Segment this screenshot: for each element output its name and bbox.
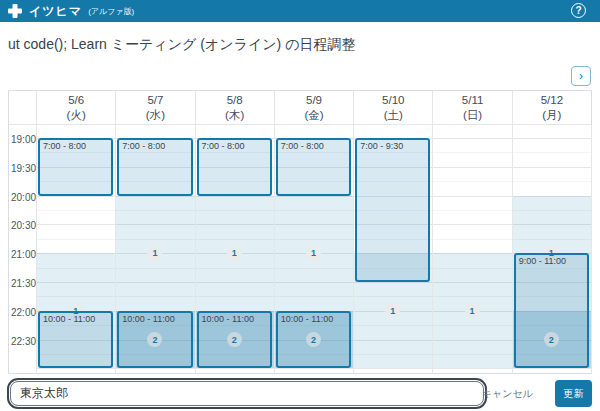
day-header-5: 5/11(日) — [432, 91, 511, 125]
time-label: 19:00 — [9, 134, 38, 145]
help-icon[interactable]: ? — [571, 3, 586, 18]
selected-slot[interactable]: 9:00 - 11:00 — [514, 253, 589, 368]
availability-count-badge: 1 — [306, 246, 321, 261]
day-weekday: (水) — [146, 108, 165, 123]
update-button[interactable]: 更新 — [555, 380, 592, 407]
day-weekday: (木) — [225, 108, 244, 123]
day-weekday: (火) — [67, 108, 86, 123]
time-label: 20:00 — [9, 191, 38, 202]
day-date: 5/12 — [541, 93, 563, 108]
selected-slot[interactable]: 10:00 - 11:00 — [276, 311, 351, 369]
selected-slot[interactable]: 10:00 - 11:00 — [38, 311, 113, 369]
next-week-button[interactable]: › — [571, 66, 591, 86]
participant-name-input[interactable] — [10, 381, 484, 406]
selected-slot-label: 10:00 - 11:00 — [199, 313, 270, 325]
column-line — [591, 125, 592, 373]
availability-count-badge: 1 — [227, 246, 242, 261]
calendar-header-row: 5/6(火)5/7(水)5/8(木)5/9(金)5/10(土)5/11(日)5/… — [9, 91, 591, 125]
selected-slot-label: 7:00 - 8:00 — [119, 140, 190, 152]
selected-slot[interactable]: 10:00 - 11:00 — [117, 311, 192, 369]
time-label: 21:00 — [9, 249, 38, 260]
day-header-6: 5/12(月) — [512, 91, 591, 125]
selected-slot-label: 10:00 - 11:00 — [278, 313, 349, 325]
selected-slot-label: 7:00 - 8:00 — [40, 140, 111, 152]
selected-slot-label: 7:00 - 8:00 — [199, 140, 270, 152]
selected-slot[interactable]: 7:00 - 8:00 — [276, 138, 351, 196]
page-title: ut code(); Learn ミーティング (オンライン) の日程調整 — [8, 36, 355, 54]
day-date: 5/7 — [147, 93, 163, 108]
calendar-grid: 5/6(火)5/7(水)5/8(木)5/9(金)5/10(土)5/11(日)5/… — [8, 90, 592, 374]
day-weekday: (月) — [542, 108, 561, 123]
time-label: 22:30 — [9, 335, 38, 346]
selected-slot-label: 10:00 - 11:00 — [40, 313, 111, 325]
day-header-3: 5/9(金) — [274, 91, 353, 125]
app-name: イツヒマ — [29, 3, 82, 20]
help-glyph: ? — [575, 5, 581, 16]
day-date: 5/6 — [68, 93, 84, 108]
day-header-4: 5/10(土) — [353, 91, 432, 125]
selected-slot-label: 7:00 - 8:00 — [278, 140, 349, 152]
time-label: 20:30 — [9, 220, 38, 231]
selected-slot[interactable]: 7:00 - 9:30 — [355, 138, 430, 282]
cancel-button[interactable]: キャンセル — [474, 380, 541, 407]
day-date: 5/10 — [382, 93, 404, 108]
selected-slot[interactable]: 7:00 - 8:00 — [38, 138, 113, 196]
time-label: 22:00 — [9, 306, 38, 317]
logo-icon — [8, 4, 22, 18]
day-header-0: 5/6(火) — [36, 91, 115, 125]
selected-slot[interactable]: 7:00 - 8:00 — [197, 138, 272, 196]
day-weekday: (土) — [384, 108, 403, 123]
app-header: イツヒマ (アルファ版) ? — [0, 0, 600, 22]
footer-bar: キャンセル 更新 — [0, 374, 600, 411]
day-weekday: (日) — [463, 108, 482, 123]
selected-slot[interactable]: 7:00 - 8:00 — [117, 138, 192, 196]
day-date: 5/9 — [306, 93, 322, 108]
day-date: 5/11 — [462, 93, 484, 108]
selected-slot-label: 9:00 - 11:00 — [516, 255, 587, 267]
time-label: 21:30 — [9, 278, 38, 289]
selected-slot[interactable]: 10:00 - 11:00 — [197, 311, 272, 369]
selected-slot-label: 10:00 - 11:00 — [119, 313, 190, 325]
day-date: 5/8 — [227, 93, 243, 108]
app-version-badge: (アルファ版) — [88, 6, 134, 17]
selected-slot-label: 7:00 - 9:30 — [357, 140, 428, 152]
day-header-1: 5/7(水) — [115, 91, 194, 125]
day-header-2: 5/8(木) — [195, 91, 274, 125]
calendar-body: 19:0019:3020:0020:3021:0021:3022:0022:30… — [9, 125, 591, 373]
time-label: 19:30 — [9, 162, 38, 173]
availability-count-badge: 1 — [465, 303, 480, 318]
day-weekday: (金) — [304, 108, 323, 123]
